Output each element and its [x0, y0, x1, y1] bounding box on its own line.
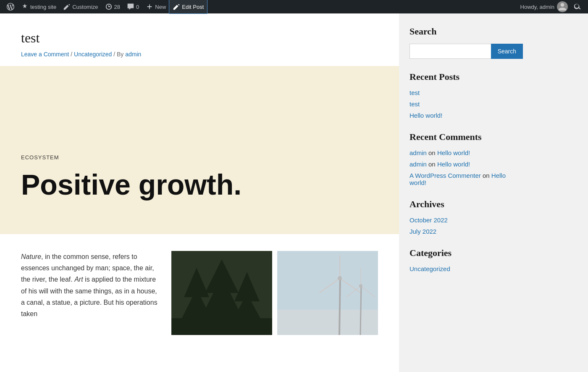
category-link[interactable]: Uncategorized: [74, 51, 112, 58]
archive-jul-2022[interactable]: July 2022: [410, 228, 523, 235]
italic-art: Art: [74, 276, 83, 283]
comment-prep-3: on: [483, 172, 491, 179]
meta-sep2: / By: [113, 51, 125, 58]
svg-rect-4: [171, 318, 272, 335]
new-button[interactable]: New: [142, 0, 169, 13]
comment-author-2[interactable]: admin: [410, 161, 427, 168]
recent-post-3[interactable]: Hello world!: [410, 112, 523, 119]
post-body-text: Nature, in the common sense, refers to e…: [21, 251, 159, 319]
revisions-count: 28: [114, 4, 120, 10]
recent-comment-2: admin on Hello world!: [410, 161, 523, 168]
svg-line-13: [360, 285, 361, 335]
svg-point-12: [338, 276, 342, 280]
admin-bar: testing site Customize 28 0 New Edit Pos…: [0, 0, 588, 13]
comment-post-2[interactable]: Hello world!: [437, 161, 470, 168]
revisions-button[interactable]: 28: [102, 0, 123, 13]
search-widget-section: Search Search: [410, 26, 523, 59]
customize-label: Customize: [72, 4, 98, 10]
post-body: Nature, in the common sense, refers to e…: [0, 234, 399, 352]
windmill-image: [277, 251, 378, 335]
comment-prep-2: on: [428, 161, 437, 168]
customize-button[interactable]: Customize: [60, 0, 101, 13]
hero-title: Positive growth.: [21, 169, 378, 201]
post-title: test: [21, 30, 378, 46]
archives-heading: Archives: [410, 199, 523, 210]
search-widget: Search: [410, 44, 523, 59]
recent-posts-section: Recent Posts test test Hello world!: [410, 71, 523, 119]
categories-section: Categories Uncategorized: [410, 248, 523, 272]
testing-site-button[interactable]: testing site: [18, 0, 60, 13]
avatar: [557, 1, 568, 12]
testing-site-label: testing site: [30, 4, 56, 10]
recent-comments-heading: Recent Comments: [410, 132, 523, 142]
comments-count: 0: [136, 4, 139, 10]
leave-comment-link[interactable]: Leave a Comment: [21, 51, 69, 58]
comment-prep-1: on: [428, 149, 437, 156]
comment-author-1[interactable]: admin: [410, 149, 427, 156]
sidebar: Search Search Recent Posts test test Hel…: [399, 13, 533, 372]
main-content: test Leave a Comment / Uncategorized / B…: [0, 13, 399, 372]
search-input[interactable]: [410, 44, 491, 59]
new-label: New: [155, 4, 166, 10]
post-meta: Leave a Comment / Uncategorized / By adm…: [21, 51, 378, 58]
howdy-text: Howdy, admin: [520, 4, 554, 10]
search-heading: Search: [410, 26, 523, 37]
categories-heading: Categories: [410, 248, 523, 259]
comments-button[interactable]: 0: [123, 0, 142, 13]
hero-section: ECOSYSTEM Positive growth.: [0, 66, 399, 234]
search-icon-button[interactable]: [571, 0, 585, 13]
svg-rect-7: [277, 310, 378, 335]
author-link[interactable]: admin: [125, 51, 141, 58]
post-images: [171, 251, 378, 335]
forest-image: [171, 251, 272, 335]
recent-post-1[interactable]: test: [410, 89, 523, 96]
search-button[interactable]: Search: [491, 44, 523, 59]
ecosystem-label: ECOSYSTEM: [21, 154, 378, 161]
svg-rect-6: [277, 251, 378, 310]
page-wrapper: test Leave a Comment / Uncategorized / B…: [0, 13, 588, 372]
svg-line-8: [339, 276, 340, 335]
category-uncategorized[interactable]: Uncategorized: [410, 265, 523, 272]
meta-sep1: /: [71, 51, 74, 58]
recent-post-2[interactable]: test: [410, 100, 523, 108]
edit-post-label: Edit Post: [182, 4, 204, 10]
archive-oct-2022[interactable]: October 2022: [410, 216, 523, 224]
recent-comment-3: A WordPress Commenter on Hello world!: [410, 172, 523, 186]
svg-point-17: [359, 284, 362, 288]
post-header: test Leave a Comment / Uncategorized / B…: [0, 13, 399, 66]
comment-post-1[interactable]: Hello world!: [437, 149, 470, 156]
italic-nature: Nature: [21, 253, 41, 260]
howdy-menu[interactable]: Howdy, admin: [517, 0, 571, 13]
archives-section: Archives October 2022 July 2022: [410, 199, 523, 235]
wp-logo-button[interactable]: [3, 0, 18, 13]
recent-comment-1: admin on Hello world!: [410, 149, 523, 156]
recent-comments-section: Recent Comments admin on Hello world! ad…: [410, 132, 523, 186]
comment-author-3[interactable]: A WordPress Commenter: [410, 172, 481, 179]
recent-posts-heading: Recent Posts: [410, 71, 523, 82]
edit-post-button[interactable]: Edit Post: [169, 0, 207, 13]
